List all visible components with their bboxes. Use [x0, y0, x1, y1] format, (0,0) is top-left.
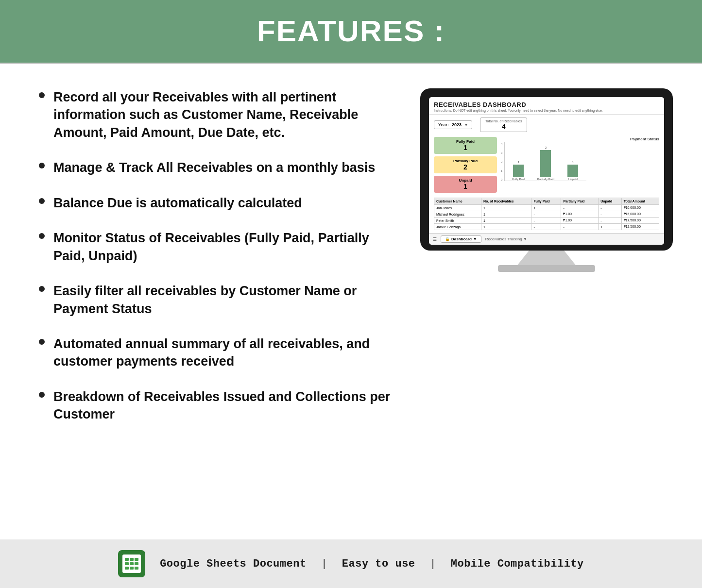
table-container: Customer Name No. of Receivables Fully P…	[429, 198, 664, 233]
table-cell: -	[599, 218, 621, 224]
table-row: Jon Jones11--₱10,000.00	[434, 205, 659, 211]
table-cell: 1	[531, 205, 561, 211]
table-cell: 1	[481, 205, 531, 211]
table-cell: Jackie Gonzaga	[434, 224, 481, 230]
gs-cell	[130, 558, 134, 561]
lock-icon: 🔒	[445, 237, 450, 241]
tab-dashboard-label: Dashboard	[451, 237, 472, 241]
feature-item: Breakdown of Receivables Issued and Coll…	[39, 388, 401, 423]
bullet-icon	[39, 233, 45, 239]
table-cell: ₱1.00	[561, 211, 599, 218]
table-cell: -	[599, 205, 621, 211]
feature-item: Automated annual summary of all receivab…	[39, 335, 401, 370]
tab-receivables-label: Receivables Tracking	[485, 237, 522, 241]
gs-cell	[125, 558, 129, 561]
monitor-outer: RECEIVABLES DASHBOARD Instructions: Do N…	[420, 88, 673, 251]
dash-header: RECEIVABLES DASHBOARD Instructions: Do N…	[429, 97, 664, 115]
col-fully-paid: Fully Paid	[531, 198, 561, 205]
fully-paid-value: 1	[439, 144, 492, 151]
footer: Google Sheets Document | Easy to use | M…	[0, 539, 702, 588]
dash-controls: Year: 2023 ▼ Total No. of Receivables 4	[429, 115, 664, 135]
gs-icon-grid	[122, 554, 141, 573]
unpaid-label: Unpaid	[439, 178, 492, 183]
table-row: Peter Smith1-₱1.00-₱17,500.00	[434, 218, 659, 224]
chart-bar-label: Partially Paid	[536, 178, 555, 181]
dash-subtitle: Instructions: Do NOT edit anything on th…	[434, 109, 659, 112]
tab-receivables-arrow: ▼	[523, 237, 527, 241]
feature-item: Manage & Track All Receivables on a mont…	[39, 159, 401, 176]
bullet-icon	[39, 392, 45, 398]
chart-title: Payment Status	[501, 137, 659, 141]
payment-status-chart: Payment Status 0 1 2 3 4 1Fully	[501, 137, 659, 193]
table-cell: -	[599, 211, 621, 218]
table-cell: 1	[481, 224, 531, 230]
footer-sep-2: |	[430, 558, 436, 570]
monitor-base	[498, 265, 595, 272]
table-cell: ₱10,000.00	[621, 205, 659, 211]
table-cell: 1	[481, 211, 531, 218]
features-list: Record all your Receivables with all per…	[39, 88, 401, 423]
tab-receivables-tracking[interactable]: Receivables Tracking ▼	[485, 237, 527, 241]
gs-cell	[125, 562, 129, 565]
chart-wrapper: 0 1 2 3 4 1Fully Paid2Partially Paid1Unp…	[501, 142, 659, 181]
chart-bar-label: Unpaid	[563, 178, 582, 181]
year-arrow-icon: ▼	[464, 123, 468, 127]
gs-row-1	[125, 558, 138, 561]
total-value: 4	[485, 123, 522, 130]
tab-dashboard[interactable]: 🔒 Dashboard ▼	[441, 235, 481, 243]
receivables-table: Customer Name No. of Receivables Fully P…	[434, 198, 659, 230]
year-selector[interactable]: Year: 2023 ▼	[434, 120, 472, 129]
y-axis: 0 1 2 3 4	[501, 142, 502, 181]
col-total: Total Amount	[621, 198, 659, 205]
footer-mobile: Mobile Compatibility	[451, 558, 584, 570]
unpaid-card: Unpaid 1	[434, 176, 497, 193]
gs-row-2	[125, 562, 138, 565]
gs-cell	[130, 567, 134, 570]
bullet-icon	[39, 92, 45, 98]
chart-bar-value: 2	[545, 146, 547, 149]
partially-paid-label: Partially Paid	[439, 159, 492, 163]
col-num-receivables: No. of Receivables	[481, 198, 531, 205]
footer-sep-1: |	[321, 558, 327, 570]
table-cell: ₱17,500.00	[621, 218, 659, 224]
table-row: Jackie Gonzaga1--1₱12,500.00	[434, 224, 659, 230]
feature-2-text: Manage & Track All Receivables on a mont…	[53, 159, 375, 176]
feature-item: Balance Due is automatically calculated	[39, 194, 401, 212]
table-cell: Jon Jones	[434, 205, 481, 211]
feature-3-text: Balance Due is automatically calculated	[53, 194, 302, 212]
dashboard-mockup: RECEIVABLES DASHBOARD Instructions: Do N…	[420, 88, 673, 272]
gs-cell	[135, 567, 138, 570]
footer-google-sheets: Google Sheets Document	[160, 558, 306, 570]
table-cell: Peter Smith	[434, 218, 481, 224]
tab-dashboard-arrow: ▼	[473, 237, 477, 241]
table-cell: Michael Rodriguez	[434, 211, 481, 218]
main-content: Record all your Receivables with all per…	[0, 64, 702, 539]
chart-bar-group: 2Partially Paid	[536, 146, 555, 181]
table-cell: ₱15,000.00	[621, 211, 659, 218]
table-cell: ₱1.00	[561, 218, 599, 224]
dash-body: Fully Paid 1 Partially Paid 2 Unpaid 1	[429, 135, 664, 196]
chart-bar-value: 1	[572, 161, 574, 164]
bullet-icon	[39, 198, 45, 204]
chart-bar-label: Fully Paid	[509, 178, 528, 181]
table-cell: 1	[599, 224, 621, 230]
total-label: Total No. of Receivables	[485, 119, 522, 123]
feature-item: Monitor Status of Receivables (Fully Pai…	[39, 229, 401, 265]
chart-bar-group: 1Unpaid	[563, 161, 582, 181]
bullet-icon	[39, 163, 45, 168]
google-sheets-icon	[118, 550, 145, 577]
gs-cell	[135, 558, 138, 561]
bullet-icon	[39, 339, 45, 345]
page-header: FEATURES :	[0, 0, 702, 63]
chart-bar	[567, 165, 578, 177]
table-row: Michael Rodriguez1-₱1.00-₱15,000.00	[434, 211, 659, 218]
feature-4-text: Monitor Status of Receivables (Fully Pai…	[53, 229, 401, 265]
table-cell: -	[561, 224, 599, 230]
gs-cell	[125, 567, 129, 570]
table-cell: -	[531, 218, 561, 224]
col-partially-paid: Partially Paid	[561, 198, 599, 205]
monitor-screen: RECEIVABLES DASHBOARD Instructions: Do N…	[429, 97, 664, 245]
chart-bar	[513, 165, 524, 177]
tab-menu-icon: ☰	[433, 237, 437, 242]
feature-1-text: Record all your Receivables with all per…	[53, 88, 401, 141]
